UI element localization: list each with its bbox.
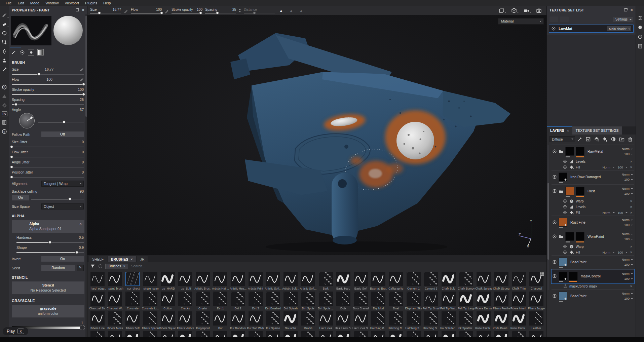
layer-row[interactable]: maskControlNorm100	[552, 269, 634, 283]
remove-effect-icon[interactable]: ×	[630, 250, 632, 254]
brush-item[interactable]: Ink Splatter ...	[457, 310, 475, 330]
size-space-select[interactable]: Object	[41, 203, 84, 210]
brush-item[interactable]	[177, 330, 194, 337]
brush-item[interactable]: Fur Soft Wide	[247, 310, 264, 330]
toolbar-value[interactable]: 25	[232, 8, 236, 11]
slider[interactable]	[12, 84, 84, 85]
menu-item-plugins[interactable]: Plugins	[82, 1, 100, 5]
brush-item[interactable]	[492, 330, 510, 337]
brush-item[interactable]	[422, 330, 440, 337]
brush-item[interactable]: Dry Mud	[370, 290, 387, 310]
brush-item[interactable]: Fingerprint	[194, 310, 212, 330]
layer-blend-select[interactable]: Norm	[622, 258, 633, 261]
brush-item[interactable]: Knife Painti...	[475, 310, 492, 330]
visibility-eye-icon[interactable]	[563, 159, 567, 164]
brush-item[interactable]: Dirt 1	[212, 290, 229, 310]
layer-effect-row[interactable]: FillNorm100×	[552, 164, 634, 170]
brush-item[interactable]	[475, 330, 492, 337]
brush-item[interactable]: Artistic Hair...	[212, 270, 229, 290]
brush-item[interactable]: Hair Lines	[317, 310, 334, 330]
brush-stroke-preview[interactable]	[11, 16, 51, 45]
tab-brushes[interactable]: BRUSHES×	[108, 256, 136, 262]
slider[interactable]	[12, 167, 84, 167]
projection-tool-icon[interactable]	[1, 30, 7, 36]
filter-radio[interactable]	[99, 264, 102, 268]
brush-item[interactable]: Artistic Soft...	[264, 270, 282, 290]
remove-effect-icon[interactable]: ×	[630, 205, 632, 209]
brush-item[interactable]: Dots	[335, 290, 352, 310]
tab-shelf[interactable]: SHELF	[89, 256, 107, 262]
layer-opacity-select[interactable]: 100	[624, 178, 633, 181]
brush-item[interactable]: Crystal	[194, 290, 212, 310]
brush-tab[interactable]	[10, 49, 16, 55]
layer-blend-select[interactable]: Norm	[622, 147, 633, 151]
visibility-eye-icon[interactable]	[563, 211, 567, 215]
layer-blend-select[interactable]: Norm	[622, 272, 633, 275]
slider[interactable]	[31, 199, 84, 199]
undock-icon[interactable]	[76, 8, 79, 11]
brush-item[interactable]: Artistic Soft...	[299, 270, 317, 290]
brush-item[interactable]: Concrete	[124, 290, 141, 310]
slider[interactable]	[16, 252, 84, 253]
brush-item[interactable]: Dirt Brushed	[264, 290, 282, 310]
photoshop-link-icon[interactable]: Ps	[2, 111, 7, 116]
grayscale-slider-knob[interactable]	[80, 325, 85, 330]
layer-blend-select[interactable]: Norm	[622, 218, 633, 222]
effects-tool-icon[interactable]	[1, 93, 7, 99]
menu-item-window[interactable]: Window	[42, 1, 62, 5]
layer-opacity-select[interactable]: 100	[624, 277, 633, 280]
stencil-resource-slot[interactable]: Stencil No Resource Selected	[12, 281, 84, 294]
visibility-eye-icon[interactable]	[552, 274, 557, 278]
layer-row[interactable]: BasePaintNorm100	[552, 255, 634, 269]
layer-thumbnail[interactable]	[559, 258, 567, 266]
brush-item[interactable]: Cement 2	[422, 270, 440, 290]
grayscale-resource-slot[interactable]: grayscale uniform color	[12, 305, 84, 317]
layer-thumbnail[interactable]	[565, 147, 574, 156]
slider[interactable]	[12, 104, 84, 105]
layer-thumbnail[interactable]	[576, 147, 584, 156]
layer-row[interactable]: Rust FineNorm100	[552, 216, 634, 230]
layer-opacity-select[interactable]: 100	[624, 237, 633, 241]
clone-tool-icon[interactable]	[1, 58, 7, 64]
slider[interactable]	[12, 74, 84, 75]
brush-item[interactable]	[247, 330, 264, 337]
add-fill-icon[interactable]	[602, 137, 608, 142]
brush-item[interactable]: Fibers Interl...	[510, 290, 528, 310]
slider[interactable]	[90, 13, 121, 13]
remove-filter-icon[interactable]: ×	[123, 264, 125, 268]
settings-button[interactable]: Settings	[613, 17, 633, 22]
layer-row[interactable]: Iron Raw DamagedNorm100	[552, 170, 634, 184]
brush-item[interactable]	[159, 330, 177, 337]
pen-pressure-icon[interactable]	[80, 67, 84, 71]
tab-extra[interactable]: JR	[137, 256, 148, 262]
brush-item[interactable]	[387, 330, 405, 337]
brush-item[interactable]	[264, 330, 282, 337]
layer-effect-row[interactable]: SWarp×	[552, 198, 634, 204]
history-icon[interactable]	[638, 34, 643, 39]
filter-funnel-icon[interactable]	[90, 264, 95, 269]
setting-value[interactable]: 0.5	[79, 235, 84, 239]
brush-item[interactable]: _hard_edge...	[89, 270, 106, 290]
brush-item[interactable]	[370, 330, 387, 337]
slider[interactable]	[12, 177, 84, 178]
brush-item[interactable]: Chalk Bold	[440, 270, 457, 290]
layer-thumbnail[interactable]	[576, 187, 584, 195]
pen-pressure-icon[interactable]	[80, 77, 84, 81]
brush-item[interactable]: Fibers Sparse	[142, 310, 159, 330]
substance-source-icon[interactable]: S	[1, 128, 7, 135]
material-sphere-preview[interactable]	[53, 16, 83, 45]
slider[interactable]	[131, 13, 162, 13]
brush-item[interactable]: Fibers Vertical	[177, 310, 194, 330]
brush-item[interactable]: Dust	[387, 290, 405, 310]
slider[interactable]	[205, 13, 236, 13]
setting-value[interactable]: 90	[80, 189, 84, 193]
menu-item-file[interactable]: File	[3, 1, 15, 5]
brush-item[interactable]: Dots Erased	[352, 290, 370, 310]
stencil-tab[interactable]	[28, 49, 34, 55]
brush-item[interactable]: Bark	[317, 270, 334, 290]
symmetry-icon-2[interactable]: ▲	[289, 8, 293, 13]
brush-item[interactable]: Chalk Bumpy	[457, 270, 475, 290]
layer-blend-select[interactable]: Norm	[622, 187, 633, 190]
visibility-eye-icon[interactable]	[563, 165, 567, 169]
alignment-select[interactable]: Tangent | Wrap	[41, 181, 84, 187]
